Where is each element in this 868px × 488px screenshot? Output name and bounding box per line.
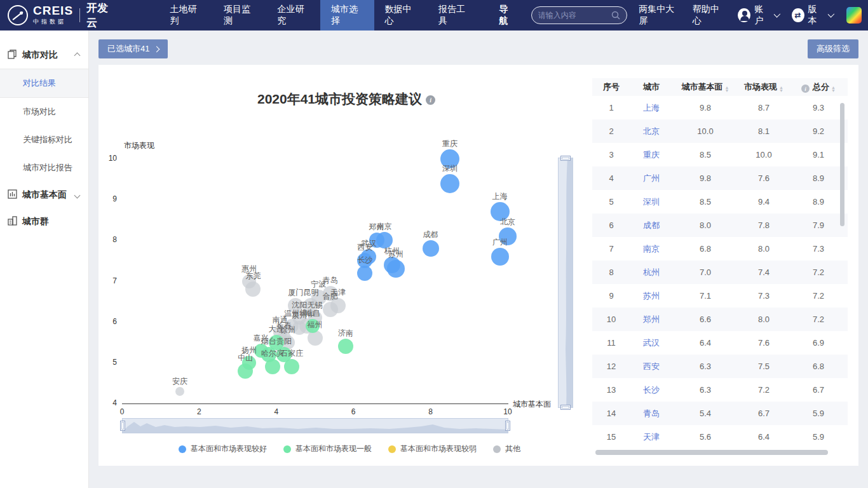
city-link[interactable]: 杭州 [643,268,660,277]
legend-item[interactable]: 基本面和市场表现一般 [283,444,372,454]
sort-icon[interactable]: ▲▼ [725,86,729,92]
scatter-bubble[interactable] [330,298,346,313]
nav-item[interactable]: 项目监测 [213,0,267,30]
scatter-bubble[interactable] [308,330,323,346]
sidebar-subitem[interactable]: 对比结果 [0,69,88,98]
scatter-bubble[interactable] [491,202,510,221]
city-cell: 北京 [630,119,672,143]
table-row: 5深圳8.59.48.9 [592,190,848,214]
help-center-link[interactable]: 帮助中心 [693,4,726,27]
city-cell: 广州 [630,166,672,190]
nav-item[interactable]: 报告工具 [428,0,482,30]
x-datazoom-slider[interactable] [122,418,508,433]
sidebar-subitem[interactable]: 城市对比报告 [0,154,88,182]
datazoom-handle[interactable] [560,156,571,161]
scatter-bubble[interactable] [387,260,405,278]
city-table: 序号城市城市基本面▲▼市场表现▲▼i总分▲▼ 1上海9.88.79.32北京10… [592,78,848,449]
value-cell: 10 [592,308,630,331]
scatter-bubble[interactable] [491,248,509,266]
theme-color-icon[interactable] [846,7,862,24]
legend-item[interactable]: 基本面和市场表现较好 [179,444,267,454]
creis-logo-icon [8,5,28,25]
logo[interactable]: CREIS 中指数据 开发云 [0,1,121,30]
city-cell: 西安 [630,355,672,378]
scatter-bubble[interactable] [265,359,280,374]
horizontal-scrollbar[interactable] [595,450,828,455]
sidebar: 城市对比对比结果市场对比关键指标对比城市对比报告城市基本面城市群 [0,30,89,488]
sidebar-item[interactable]: 城市基本面 [0,182,88,208]
sidebar-item-label: 城市对比 [22,50,70,61]
scatter-bubble[interactable] [338,339,353,354]
sort-icon[interactable]: ▲▼ [779,86,783,92]
city-link[interactable]: 苏州 [643,291,660,301]
y-datazoom-slider[interactable] [558,158,573,408]
table-row: 13长沙6.37.26.7 [592,378,848,402]
datazoom-handle[interactable] [560,405,571,410]
compare-icon [8,50,17,61]
table-row: 14青岛5.46.75.9 [592,402,848,425]
scatter-bubble[interactable] [357,266,372,281]
nav-item[interactable]: 企业研究 [266,0,320,30]
value-cell: 2 [592,119,630,143]
value-cell: 7.2 [789,308,848,331]
sidebar-subitem[interactable]: 关键指标对比 [0,126,88,154]
advanced-filter-button[interactable]: 高级筛选 [808,39,858,58]
scatter-bubble[interactable] [284,359,299,374]
datazoom-profile [559,158,573,407]
city-link[interactable]: 武汉 [643,338,660,348]
info-icon[interactable]: i [801,85,810,93]
datazoom-handle[interactable] [120,421,125,431]
sidebar-item[interactable]: 城市对比 [0,42,88,69]
city-cell: 南京 [630,237,672,261]
info-icon[interactable]: i [426,95,435,105]
scatter-bubble[interactable] [369,233,384,248]
nav-item[interactable]: 数据中心 [374,0,428,30]
search-input[interactable] [538,11,612,20]
nav-quick-link[interactable]: 导航 [499,4,517,27]
big-screen-link[interactable]: 两集中大屏 [639,4,679,27]
nav-item[interactable]: 城市选择 [320,0,374,30]
city-link[interactable]: 上海 [643,103,660,112]
scatter-bubble[interactable] [245,281,261,297]
city-link[interactable]: 成都 [643,220,660,230]
city-link[interactable]: 青岛 [643,409,660,418]
scatter-bubble[interactable] [423,240,439,257]
city-link[interactable]: 北京 [643,126,660,136]
city-link[interactable]: 重庆 [643,150,660,159]
scatter-bubble[interactable] [499,227,517,245]
value-cell: 12 [592,355,630,378]
version-menu[interactable]: ⇄ 版本 [792,4,832,27]
sidebar-item[interactable]: 城市群 [0,208,88,235]
scatter-bubble[interactable] [440,149,459,168]
account-menu[interactable]: 账户 [738,4,778,27]
selected-cities-button[interactable]: 已选城市41 [98,39,168,58]
city-link[interactable]: 广州 [643,173,660,183]
value-cell: 13 [592,378,630,402]
search-icon [611,11,620,20]
table-row: 10郑州6.68.07.2 [592,308,848,331]
sort-icon[interactable]: ▲▼ [831,86,836,92]
value-cell: 7.6 [738,166,789,190]
datazoom-handle[interactable] [505,421,510,431]
scatter-bubble[interactable] [175,387,184,396]
scatter-bubble[interactable] [440,174,459,193]
search-box[interactable] [531,6,628,24]
legend-item[interactable]: 基本面和市场表现较弱 [388,444,477,454]
city-cell: 天津 [630,425,672,449]
city-link[interactable]: 天津 [643,432,660,442]
scatter-bubble[interactable] [238,363,253,379]
city-link[interactable]: 长沙 [643,385,660,395]
value-cell: 5.9 [789,402,848,425]
y-axis-tick: 9 [100,194,117,203]
legend-item[interactable]: 其他 [493,444,520,454]
city-link[interactable]: 深圳 [643,197,660,207]
city-link[interactable]: 南京 [643,244,660,254]
city-link[interactable]: 郑州 [643,315,660,324]
value-cell: 4 [592,166,630,190]
y-axis-tick: 7 [100,276,117,285]
sidebar-subitem[interactable]: 市场对比 [0,98,88,126]
city-link[interactable]: 西安 [643,362,660,371]
bubble-label: 厦门 [288,287,303,298]
nav-item[interactable]: 土地研判 [159,0,213,30]
vertical-scrollbar[interactable] [840,103,844,226]
